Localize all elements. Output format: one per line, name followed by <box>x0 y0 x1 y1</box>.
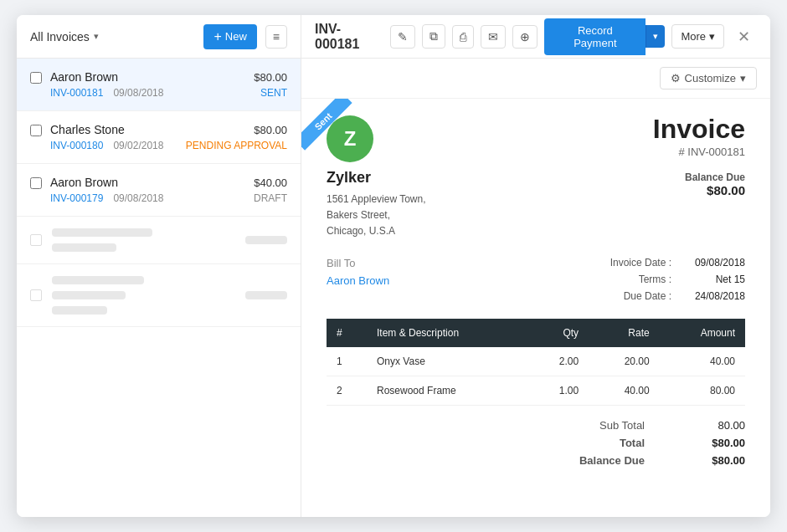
table-header: # Item & Description Qty Rate Amount <box>327 319 745 347</box>
invoice-checkbox-1[interactable] <box>30 72 42 84</box>
customize-button[interactable]: ⚙ Customize ▾ <box>660 67 757 90</box>
invoice-number-2: INV-000180 <box>50 140 103 151</box>
skeleton-row-2 <box>17 264 301 327</box>
invoice-status-1: SENT <box>260 87 287 99</box>
invoice-header: Z Zylker 1561 Appleview Town, Bakers Str… <box>327 115 745 240</box>
invoice-client-name-3: Aaron Brown <box>50 176 118 189</box>
print-button[interactable]: ⎙ <box>452 25 474 49</box>
subtotal-value: 80.00 <box>695 419 745 432</box>
invoice-amount-2: $80.00 <box>254 124 287 136</box>
new-button[interactable]: + New <box>203 24 256 49</box>
due-date-label: Due Date : <box>624 290 671 302</box>
invoice-item-row2-3: INV-000179 09/08/2018 DRAFT <box>30 192 287 204</box>
settings-icon: ⚙ <box>671 72 681 84</box>
invoice-date-value: 09/08/2018 <box>678 257 745 269</box>
skeleton-checkbox-2 <box>30 289 42 301</box>
invoice-label: Invoice <box>653 115 745 142</box>
filter-caret: ▾ <box>94 31 99 42</box>
row2-amount: 80.00 <box>660 376 745 405</box>
table-row-2: 2 Rosewood Frame 1.00 40.00 80.00 <box>327 376 745 405</box>
address-line1: 1561 Appleview Town, <box>327 193 426 205</box>
meta-due-date-row: Due Date : 24/08/2018 <box>610 290 745 302</box>
meta-invoice-date-row: Invoice Date : 09/08/2018 <box>610 257 745 269</box>
record-payment-caret[interactable]: ▾ <box>646 25 665 48</box>
close-button[interactable]: ✕ <box>731 24 757 49</box>
invoice-detail: ⚙ Customize ▾ Z Zylker 1561 A <box>301 59 770 517</box>
balance-due-final-row: Balance Due $80.00 <box>494 454 745 467</box>
bill-to-label: Bill To <box>327 257 389 269</box>
record-payment-button[interactable]: Record Payment <box>544 18 646 55</box>
duplicate-icon: ⧉ <box>430 29 438 43</box>
email-icon: ✉ <box>488 30 498 43</box>
skeleton-line-1a <box>52 228 152 237</box>
invoice-item-3[interactable]: Aaron Brown $40.00 INV-000179 09/08/2018… <box>17 164 301 217</box>
invoice-amount-1: $80.00 <box>254 71 287 84</box>
plus-icon: + <box>213 29 221 44</box>
invoice-item-row2-2: INV-000180 09/02/2018 PENDING APPROVAL <box>30 140 287 151</box>
invoice-checkbox-3[interactable] <box>30 177 42 189</box>
balance-due-box: Balance Due $80.00 <box>653 171 745 197</box>
row1-num: 1 <box>327 347 367 376</box>
more-label: More <box>681 30 706 43</box>
all-invoices-filter[interactable]: All Invoices ▾ <box>30 30 99 43</box>
table-row-1: 1 Onyx Vase 2.00 20.00 40.00 <box>327 347 745 376</box>
row2-num: 2 <box>327 376 367 405</box>
filter-label: All Invoices <box>30 30 90 43</box>
bill-to-section: Bill To Aaron Brown <box>327 257 389 287</box>
subtotal-row: Sub Total 80.00 <box>494 419 745 432</box>
row2-rate: 40.00 <box>589 376 660 405</box>
more-button[interactable]: More ▾ <box>671 24 724 49</box>
invoice-status-2: PENDING APPROVAL <box>186 140 287 151</box>
attachment-icon: ⊕ <box>520 30 530 43</box>
invoice-item-1[interactable]: Aaron Brown $80.00 INV-000181 09/08/2018… <box>17 59 301 111</box>
table-header-row: # Item & Description Qty Rate Amount <box>327 319 745 347</box>
invoice-number-detail: # INV-000181 <box>653 146 745 158</box>
sent-ribbon <box>301 99 368 166</box>
skeleton-row-1 <box>17 217 301 264</box>
invoice-client-name-1: Aaron Brown <box>50 70 118 84</box>
invoice-date-3: 09/08/2018 <box>113 192 163 204</box>
company-address: 1561 Appleview Town, Bakers Street, Chic… <box>327 192 426 240</box>
skeleton-amount-1 <box>245 236 287 244</box>
edit-icon: ✎ <box>398 30 408 43</box>
print-icon: ⎙ <box>460 30 466 43</box>
address-line3: Chicago, U.S.A <box>327 225 395 237</box>
terms-value: Net 15 <box>678 274 745 285</box>
invoice-client-name-2: Charles Stone <box>50 123 125 136</box>
col-qty: Qty <box>527 319 589 347</box>
row1-amount: 40.00 <box>660 347 745 376</box>
invoice-amount-3: $40.00 <box>254 176 287 189</box>
edit-button[interactable]: ✎ <box>390 25 415 49</box>
invoice-date-2: 09/02/2018 <box>113 140 163 151</box>
invoice-meta: Invoice Date : 09/08/2018 Terms : Net 15… <box>610 257 745 302</box>
new-label: New <box>225 30 247 43</box>
totals-section: Sub Total 80.00 Total $80.00 Balance Due… <box>327 419 745 467</box>
invoice-checkbox-2[interactable] <box>30 125 42 136</box>
table-body: 1 Onyx Vase 2.00 20.00 40.00 2 Rosewood … <box>327 347 745 406</box>
attachment-button[interactable]: ⊕ <box>512 25 538 49</box>
email-button[interactable]: ✉ <box>481 25 506 49</box>
invoice-item-2[interactable]: Charles Stone $80.00 INV-000180 09/02/20… <box>17 111 301 164</box>
customize-label: Customize <box>685 72 736 84</box>
top-bar-right: INV-000181 ✎ ⧉ ⎙ ✉ ⊕ Record Payment ▾ Mo… <box>301 15 770 58</box>
skeleton-line-2c <box>52 306 107 315</box>
customize-caret-icon: ▾ <box>740 72 746 84</box>
bill-to-name[interactable]: Aaron Brown <box>327 274 389 287</box>
row2-qty: 1.00 <box>527 376 589 405</box>
skeleton-line-1b <box>52 243 116 252</box>
invoice-number-3: INV-000179 <box>50 192 103 204</box>
skeleton-content-2 <box>52 276 235 315</box>
duplicate-button[interactable]: ⧉ <box>422 24 445 49</box>
detail-toolbar: ⚙ Customize ▾ <box>301 59 770 99</box>
record-payment-group: Record Payment ▾ <box>544 18 665 55</box>
balance-due-final-label: Balance Due <box>579 454 645 467</box>
invoice-status-3: DRAFT <box>254 192 287 204</box>
grid-view-button[interactable]: ≡ <box>265 25 287 49</box>
col-rate: Rate <box>589 319 660 347</box>
total-label: Total <box>620 437 645 449</box>
invoice-date-label: Invoice Date : <box>610 257 671 269</box>
invoice-id-header: INV-000181 <box>315 22 383 52</box>
invoice-item-row1-3: Aaron Brown $40.00 <box>30 176 287 189</box>
items-table: # Item & Description Qty Rate Amount 1 O… <box>327 319 745 406</box>
top-bar: All Invoices ▾ + New ≡ INV-000181 ✎ ⧉ ⎙ <box>17 15 770 59</box>
